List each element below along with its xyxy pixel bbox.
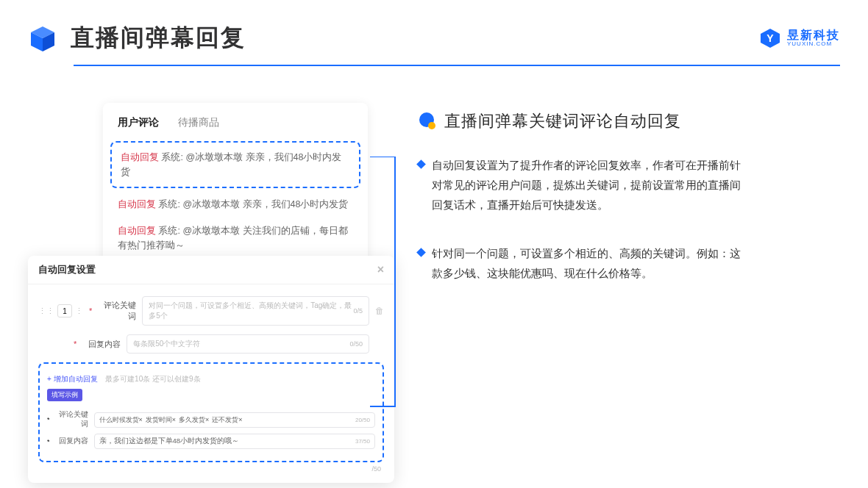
right-panel: 直播间弹幕关键词评论自动回复 自动回复设置为了提升作者的评论回复效率，作者可在开…	[418, 103, 840, 313]
settings-title: 自动回复设置	[38, 263, 96, 276]
comment-row: 自动回复 系统: @冰墩墩本墩 关注我们的店铺，每日都有热门推荐呦～	[103, 218, 368, 259]
ex-tag: 发货时间×	[146, 415, 176, 425]
svg-text:Y: Y	[766, 32, 774, 44]
add-auto-reply-link[interactable]: + 增加自动回复	[47, 375, 98, 383]
ex-reply-text: 亲，我们这边都是下单48小时内发货的哦～	[99, 437, 240, 446]
add-line: + 增加自动回复 最多可建10条 还可以创建9条	[47, 371, 375, 384]
required-dot: *	[74, 340, 77, 348]
kw-counter: 0/5	[353, 307, 363, 315]
ex-kw-counter: 20/50	[355, 417, 370, 423]
reply-input[interactable]: 每条限50个中文字符 0/50	[127, 334, 369, 354]
section-title: 直播间弹幕关键词评论自动回复	[444, 110, 681, 132]
bullet-text: 针对同一个问题，可设置多个相近的、高频的关键词。例如：这款多少钱、这块能优惠吗、…	[432, 244, 741, 284]
reply-counter: 0/50	[349, 340, 363, 348]
brand-mark-icon: Y	[759, 27, 781, 49]
diamond-icon	[416, 159, 426, 169]
ex-kw-label: 评论关键词	[56, 410, 88, 429]
comment-row-highlight: 自动回复 系统: @冰墩墩本墩 亲亲，我们48小时内发货	[110, 141, 360, 188]
example-block: + 增加自动回复 最多可建10条 还可以创建9条 填写示例 * 评论关键词 什么…	[38, 362, 384, 462]
chat-bubble-icon	[418, 112, 437, 131]
brand-cn: 昱新科技	[787, 29, 840, 41]
tab-pending-goods[interactable]: 待播商品	[178, 116, 219, 129]
left-panel: 用户评论 待播商品 自动回复 系统: @冰墩墩本墩 亲亲，我们48小时内发货 自…	[28, 103, 396, 313]
ex-reply-counter: 37/50	[355, 438, 370, 445]
ex-tag: 多久发货×	[179, 415, 209, 425]
diamond-icon	[416, 248, 426, 258]
form-row-reply: * 回复内容 每条限50个中文字符 0/50 🗑	[38, 334, 384, 354]
brand-en: YUUXIN.COM	[787, 41, 840, 47]
auto-reply-tag: 自动回复	[118, 199, 156, 209]
auto-reply-tag: 自动回复	[118, 226, 156, 236]
brand-logo: Y 昱新科技 YUUXIN.COM	[759, 27, 840, 49]
example-kw-row: * 评论关键词 什么时候发货× 发货时间× 多久发货× 还不发货× 20/50	[47, 410, 375, 429]
header-left: 直播间弹幕回复	[28, 22, 246, 54]
ex-tag: 什么时候发货×	[99, 415, 143, 425]
ex-tag: 还不发货×	[212, 415, 242, 425]
card-tabs: 用户评论 待播商品	[103, 110, 368, 138]
bullet-text: 自动回复设置为了提升作者的评论回复效率，作者可在开播前针对常见的评论用户问题，提…	[432, 156, 741, 215]
bullet-item: 针对同一个问题，可设置多个相近的、高频的关键词。例如：这款多少钱、这块能优惠吗、…	[418, 244, 840, 284]
section-head: 直播间弹幕关键词评论自动回复	[418, 110, 840, 132]
comments-card: 用户评论 待播商品 自动回复 系统: @冰墩墩本墩 亲亲，我们48小时内发货 自…	[103, 103, 368, 272]
ex-kw-input[interactable]: 什么时候发货× 发货时间× 多久发货× 还不发货× 20/50	[94, 412, 375, 428]
cube-icon	[28, 24, 57, 53]
comment-text: 系统: @冰墩墩本墩 亲亲，我们48小时内发货	[158, 199, 348, 209]
outer-counter: /50	[28, 462, 394, 473]
ex-reply-input[interactable]: 亲，我们这边都是下单48小时内发货的哦～ 37/50	[94, 434, 375, 449]
order-input[interactable]	[57, 304, 72, 317]
comment-row: 自动回复 系统: @冰墩墩本墩 亲亲，我们48小时内发货	[103, 191, 368, 218]
required-dot: *	[47, 438, 50, 445]
content: 用户评论 待播商品 自动回复 系统: @冰墩墩本墩 亲亲，我们48小时内发货 自…	[0, 66, 868, 313]
settings-header: 自动回复设置 ×	[28, 256, 394, 284]
add-note: 最多可建10条 还可以创建9条	[105, 375, 200, 383]
kw-placeholder: 对同一个问题，可设置多个相近、高频的关键词，Tag确定，最多5个	[149, 301, 353, 321]
tab-user-comments[interactable]: 用户评论	[118, 116, 159, 129]
order-handle[interactable]: ⋮⋮⋮	[38, 304, 83, 317]
settings-body: ⋮⋮⋮ * 评论关键词 对同一个问题，可设置多个相近、高频的关键词，Tag确定，…	[28, 284, 394, 354]
page-title: 直播间弹幕回复	[71, 22, 246, 54]
kw-label: 评论关键词	[98, 300, 136, 322]
reply-label: 回复内容	[82, 339, 121, 350]
page-header: 直播间弹幕回复 Y 昱新科技 YUUXIN.COM	[0, 0, 868, 60]
close-icon[interactable]: ×	[377, 263, 384, 276]
kw-input[interactable]: 对同一个问题，可设置多个相近、高频的关键词，Tag确定，最多5个 0/5	[142, 296, 369, 326]
example-badge: 填写示例	[47, 389, 82, 401]
reply-placeholder: 每条限50个中文字符	[133, 339, 200, 349]
form-row-keyword: ⋮⋮⋮ * 评论关键词 对同一个问题，可设置多个相近、高频的关键词，Tag确定，…	[38, 296, 384, 326]
required-dot: *	[89, 306, 92, 315]
required-dot: *	[47, 416, 50, 423]
trash-icon[interactable]: 🗑	[375, 306, 384, 316]
settings-card: 自动回复设置 × ⋮⋮⋮ * 评论关键词 对同一个问题，可设置多个相近、高频的关…	[28, 256, 394, 483]
ex-reply-label: 回复内容	[56, 437, 88, 446]
auto-reply-tag: 自动回复	[121, 152, 159, 162]
bullet-item: 自动回复设置为了提升作者的评论回复效率，作者可在开播前针对常见的评论用户问题，提…	[418, 156, 840, 215]
example-reply-row: * 回复内容 亲，我们这边都是下单48小时内发货的哦～ 37/50	[47, 434, 375, 449]
svg-point-6	[428, 122, 435, 129]
